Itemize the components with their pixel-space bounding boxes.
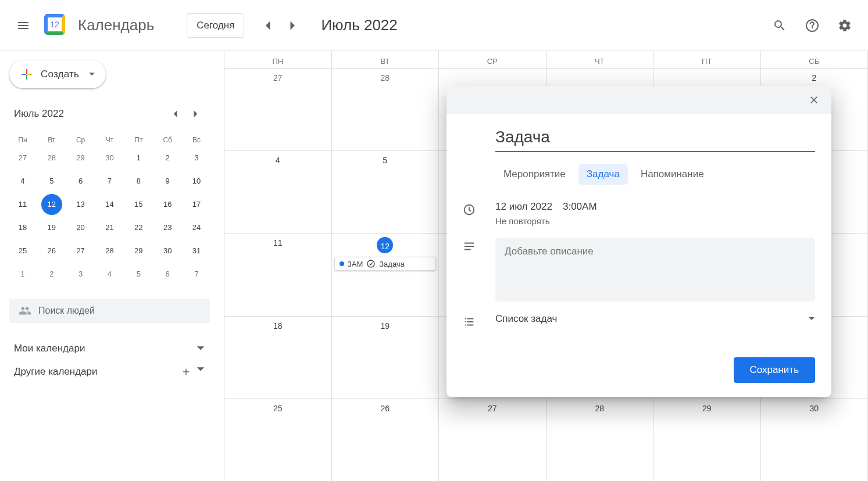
cal-cell[interactable]: 29 bbox=[653, 399, 761, 481]
cal-cell[interactable]: 27 bbox=[439, 399, 546, 481]
next-month-button[interactable] bbox=[281, 14, 305, 37]
mini-day[interactable]: 27 bbox=[70, 240, 91, 261]
today-button[interactable]: Сегодня bbox=[187, 13, 244, 38]
cal-cell[interactable]: 19 bbox=[332, 317, 440, 399]
app-name: Календарь bbox=[78, 16, 154, 34]
chevron-right-icon bbox=[290, 20, 297, 31]
dialog-time[interactable]: 3:00AM bbox=[563, 201, 597, 213]
mini-day[interactable]: 21 bbox=[99, 217, 120, 238]
cal-cell[interactable]: 28 bbox=[546, 399, 654, 481]
other-calendars-toggle[interactable]: Другие календари bbox=[9, 360, 210, 383]
mini-day[interactable]: 29 bbox=[128, 240, 149, 261]
search-button[interactable] bbox=[766, 12, 794, 40]
dialog-date[interactable]: 12 июл 2022 bbox=[495, 201, 552, 213]
mini-day[interactable]: 7 bbox=[186, 264, 207, 285]
mini-day[interactable]: 31 bbox=[186, 240, 207, 261]
mini-day[interactable]: 8 bbox=[128, 171, 149, 192]
current-month-label: Июль 2022 bbox=[321, 16, 397, 34]
my-calendars-toggle[interactable]: Мои календари bbox=[9, 337, 210, 360]
task-list-label: Список задач bbox=[495, 313, 557, 325]
mini-day[interactable]: 1 bbox=[12, 264, 33, 285]
mini-day[interactable]: 17 bbox=[186, 194, 207, 215]
cal-cell[interactable]: 30 bbox=[761, 399, 869, 481]
cal-date: 12 bbox=[377, 237, 393, 253]
cal-cell[interactable]: 123AMЗадача bbox=[332, 234, 440, 315]
mini-day[interactable]: 25 bbox=[12, 240, 33, 261]
mini-day[interactable]: 11 bbox=[12, 194, 33, 215]
cal-dow: ЧТ bbox=[546, 51, 654, 68]
tab-event[interactable]: Мероприятие bbox=[495, 164, 574, 185]
mini-day[interactable]: 2 bbox=[157, 148, 178, 168]
mini-day[interactable]: 27 bbox=[12, 148, 33, 168]
save-button[interactable]: Сохранить bbox=[734, 357, 815, 383]
cal-cell[interactable]: 11 bbox=[224, 234, 332, 315]
mini-day[interactable]: 30 bbox=[99, 148, 120, 168]
search-people-input[interactable]: Поиск людей bbox=[9, 299, 210, 323]
settings-button[interactable] bbox=[831, 12, 859, 40]
my-calendars-label: Мои календари bbox=[14, 343, 85, 354]
cal-cell[interactable]: 28 bbox=[332, 69, 440, 150]
mini-day[interactable]: 4 bbox=[12, 171, 33, 192]
mini-day[interactable]: 14 bbox=[99, 194, 120, 215]
cal-cell[interactable]: 26 bbox=[332, 399, 440, 481]
task-list-select[interactable]: Список задач bbox=[495, 313, 815, 325]
prev-month-button[interactable] bbox=[256, 14, 279, 37]
mini-day[interactable]: 26 bbox=[41, 240, 62, 261]
cal-cell[interactable]: 18 bbox=[224, 317, 332, 399]
mini-day[interactable]: 20 bbox=[70, 217, 91, 238]
mini-day[interactable]: 22 bbox=[128, 217, 149, 238]
mini-day[interactable]: 18 bbox=[12, 217, 33, 238]
mini-day[interactable]: 30 bbox=[157, 240, 178, 261]
dialog-close-button[interactable] bbox=[803, 89, 824, 110]
mini-day[interactable]: 10 bbox=[186, 171, 207, 192]
cal-date: 2 bbox=[763, 72, 866, 82]
help-icon bbox=[805, 19, 819, 33]
event-chip[interactable]: 3AMЗадача bbox=[334, 257, 437, 271]
mini-calendar: Июль 2022 ПнВтСрЧтПтСбВс 272829301234567… bbox=[9, 105, 210, 285]
mini-day[interactable]: 9 bbox=[157, 171, 178, 192]
dialog-repeat[interactable]: Не повторять bbox=[495, 216, 597, 226]
mini-day[interactable]: 6 bbox=[157, 264, 178, 285]
dialog-title-input[interactable] bbox=[495, 125, 815, 152]
mini-next-button[interactable] bbox=[187, 105, 205, 123]
mini-day[interactable]: 19 bbox=[41, 217, 62, 238]
mini-day[interactable]: 5 bbox=[41, 171, 62, 192]
hamburger-icon bbox=[16, 19, 30, 33]
mini-day[interactable]: 4 bbox=[99, 264, 120, 285]
cal-cell[interactable]: 4 bbox=[224, 151, 332, 233]
mini-day[interactable]: 24 bbox=[186, 217, 207, 238]
mini-month-label: Июль 2022 bbox=[14, 108, 64, 120]
mini-day[interactable]: 15 bbox=[128, 194, 149, 215]
cal-date: 27 bbox=[441, 403, 544, 413]
help-button[interactable] bbox=[798, 12, 826, 40]
clock-icon bbox=[463, 203, 476, 216]
list-icon bbox=[463, 315, 476, 328]
mini-day[interactable]: 7 bbox=[99, 171, 120, 192]
cal-cell[interactable]: 25 bbox=[224, 399, 332, 481]
dialog-description-input[interactable] bbox=[495, 238, 815, 301]
mini-day[interactable]: 6 bbox=[70, 171, 91, 192]
main-menu-button[interactable] bbox=[9, 12, 37, 40]
mini-day[interactable]: 28 bbox=[99, 240, 120, 261]
event-title: Задача bbox=[379, 260, 405, 268]
cal-cell[interactable]: 27 bbox=[224, 69, 332, 150]
mini-prev-button[interactable] bbox=[166, 105, 184, 123]
mini-day[interactable]: 13 bbox=[70, 194, 91, 215]
plus-icon[interactable] bbox=[181, 367, 191, 377]
create-button[interactable]: Создать bbox=[9, 60, 106, 88]
mini-day[interactable]: 3 bbox=[70, 264, 91, 285]
cal-cell[interactable]: 5 bbox=[332, 151, 440, 233]
cal-dow: СР bbox=[439, 51, 546, 68]
mini-day[interactable]: 3 bbox=[186, 148, 207, 168]
tab-reminder[interactable]: Напоминание bbox=[633, 164, 712, 185]
chevron-left-icon bbox=[264, 20, 271, 31]
mini-day[interactable]: 5 bbox=[128, 264, 149, 285]
tab-task[interactable]: Задача bbox=[578, 164, 628, 185]
mini-day[interactable]: 29 bbox=[70, 148, 91, 168]
mini-day[interactable]: 1 bbox=[128, 148, 149, 168]
mini-day[interactable]: 2 bbox=[41, 264, 62, 285]
mini-day[interactable]: 28 bbox=[41, 148, 62, 168]
mini-day[interactable]: 16 bbox=[157, 194, 178, 215]
mini-day[interactable]: 23 bbox=[157, 217, 178, 238]
mini-day[interactable]: 12 bbox=[41, 194, 62, 215]
